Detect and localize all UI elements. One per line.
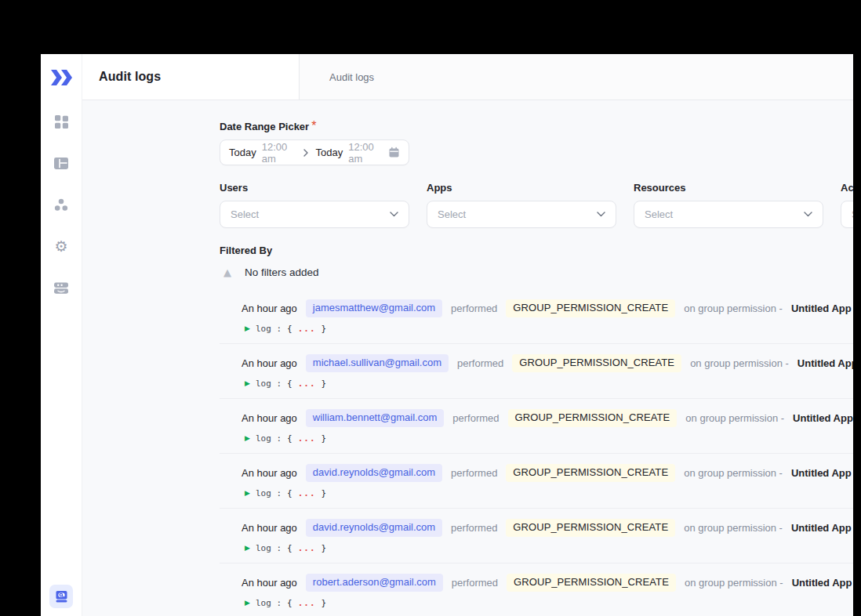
app-window: ⚙ <box>41 54 853 616</box>
json-collapsed-dots[interactable]: ... <box>298 379 316 389</box>
json-close-brace: } <box>322 598 327 608</box>
log-user-email-chip[interactable]: jamesmatthew@gmail.com <box>306 299 442 317</box>
log-target: on group permission - <box>685 412 784 424</box>
log-resource: Untitled App <box>793 412 853 424</box>
log-verb: performed <box>457 357 503 369</box>
user-groups-icon[interactable] <box>54 197 68 212</box>
json-collapsed-dots[interactable]: ... <box>298 433 316 444</box>
log-target: on group permission - <box>685 577 783 589</box>
filtered-by-section: Filtered By ▲ No filters added <box>220 245 853 278</box>
audit-log-row: An hour ago william.bennett@gmail.com pe… <box>220 399 853 454</box>
log-resource: Untitled App <box>797 357 853 369</box>
resources-select[interactable]: Select <box>634 201 823 228</box>
dashboard-grid-icon[interactable] <box>54 114 68 129</box>
date-range-input[interactable]: Today 12:00 am Today 12:00 am <box>220 140 409 165</box>
log-target: on group permission - <box>684 467 783 479</box>
log-event-chip[interactable]: GROUP_PERMISSION_CREATE <box>508 409 678 427</box>
json-collapsed-dots[interactable]: ... <box>298 488 316 498</box>
log-json-label: log : <box>256 543 282 553</box>
log-resource: Untitled App <box>791 522 852 534</box>
log-user-email-chip[interactable]: david.reynolds@gmail.com <box>306 519 442 537</box>
calendar-icon[interactable] <box>388 147 400 158</box>
no-filters-message: No filters added <box>245 266 319 278</box>
log-target: on group permission - <box>684 522 783 534</box>
brand-logo-icon <box>41 54 82 100</box>
json-collapsed-dots[interactable]: ... <box>298 324 316 334</box>
audit-log-list: An hour ago jamesmatthew@gmail.com perfo… <box>220 289 853 616</box>
json-close-brace: } <box>322 488 327 498</box>
log-json-toggle[interactable]: ▶ log : { ... } <box>242 324 853 334</box>
log-event-chip[interactable]: GROUP_PERMISSION_CREATE <box>506 519 675 537</box>
expand-arrow-icon[interactable]: ▶ <box>245 545 250 552</box>
content: Date Range Picker* Today 12:00 am Today … <box>82 100 853 616</box>
log-event-chip[interactable]: GROUP_PERMISSION_CREATE <box>506 464 675 482</box>
log-verb: performed <box>452 577 498 589</box>
log-json-toggle[interactable]: ▶ log : { ... } <box>242 488 853 498</box>
expand-arrow-icon[interactable]: ▶ <box>245 490 250 497</box>
log-time: An hour ago <box>242 577 297 589</box>
expand-arrow-icon[interactable]: ▶ <box>245 435 250 442</box>
resources-label: Resources <box>634 182 823 194</box>
apps-label: Apps <box>427 182 616 194</box>
start-time: 12:00 am <box>262 141 296 165</box>
end-time: 12:00 am <box>348 141 383 165</box>
book-search-icon <box>55 590 68 603</box>
users-filter: Users Select <box>220 182 409 228</box>
users-select[interactable]: Select <box>220 201 409 228</box>
json-collapsed-dots[interactable]: ... <box>298 543 316 553</box>
actions-label: Actions <box>841 182 853 194</box>
chevron-right-icon <box>303 149 310 157</box>
actions-filter: Actions Select <box>841 182 853 228</box>
audit-log-row: An hour ago david.reynolds@gmail.com per… <box>220 509 853 563</box>
log-json-label: log : <box>256 488 282 498</box>
tab-audit-logs[interactable]: Audit logs <box>329 71 374 83</box>
log-event-chip[interactable]: GROUP_PERMISSION_CREATE <box>512 354 681 372</box>
audit-log-row: An hour ago michael.sullivan@gmail.com p… <box>220 344 853 399</box>
log-json-label: log : <box>256 598 282 608</box>
server-stack-icon[interactable] <box>54 281 68 295</box>
end-day: Today <box>316 147 343 158</box>
log-user-email-chip[interactable]: william.bennett@gmail.com <box>306 409 444 427</box>
audit-log-row: An hour ago jamesmatthew@gmail.com perfo… <box>220 289 853 344</box>
json-close-brace: } <box>322 433 327 444</box>
tab-bar: Audit logs <box>300 54 853 100</box>
log-event-chip[interactable]: GROUP_PERMISSION_CREATE <box>506 299 675 317</box>
json-collapsed-dots[interactable]: ... <box>298 598 316 608</box>
log-json-label: log : <box>256 433 282 444</box>
apps-select[interactable]: Select <box>427 201 616 228</box>
log-user-email-chip[interactable]: david.reynolds@gmail.com <box>306 464 442 482</box>
json-close-brace: } <box>322 543 327 553</box>
log-json-toggle[interactable]: ▶ log : { ... } <box>242 543 853 553</box>
expand-arrow-icon[interactable]: ▶ <box>245 600 250 607</box>
log-json-toggle[interactable]: ▶ log : { ... } <box>242 433 853 444</box>
log-verb: performed <box>451 303 497 314</box>
header: Audit logs Audit logs <box>82 54 853 100</box>
log-time: An hour ago <box>242 467 297 479</box>
log-json-toggle[interactable]: ▶ log : { ... } <box>242 598 853 608</box>
json-open-brace: { <box>287 433 292 444</box>
expand-arrow-icon[interactable]: ▶ <box>245 380 250 387</box>
json-open-brace: { <box>287 488 292 498</box>
layout-panels-icon[interactable] <box>54 156 68 170</box>
log-time: An hour ago <box>242 357 297 369</box>
json-close-brace: } <box>322 379 327 389</box>
log-target: on group permission - <box>690 357 789 369</box>
actions-select[interactable]: Select <box>841 201 853 228</box>
chevron-down-icon <box>390 212 398 217</box>
json-open-brace: { <box>287 379 292 389</box>
log-user-email-chip[interactable]: michael.sullivan@gmail.com <box>306 354 449 372</box>
audit-log-row: An hour ago david.reynolds@gmail.com per… <box>220 454 853 509</box>
log-json-toggle[interactable]: ▶ log : { ... } <box>242 379 853 389</box>
json-open-brace: { <box>287 543 292 553</box>
log-verb: performed <box>451 467 497 479</box>
log-resource: Untitled App <box>791 303 852 314</box>
settings-gear-icon[interactable]: ⚙ <box>54 239 68 253</box>
log-event-chip[interactable]: GROUP_PERMISSION_CREATE <box>507 574 676 592</box>
json-open-brace: { <box>287 324 292 334</box>
docs-button[interactable] <box>49 585 73 608</box>
warning-triangle-icon: ▲ <box>223 267 231 277</box>
filter-selects-row: Users Select Apps Select <box>220 182 853 228</box>
log-user-email-chip[interactable]: robert.aderson@gmail.com <box>306 574 443 592</box>
page-title: Audit logs <box>99 70 161 84</box>
expand-arrow-icon[interactable]: ▶ <box>245 325 250 332</box>
